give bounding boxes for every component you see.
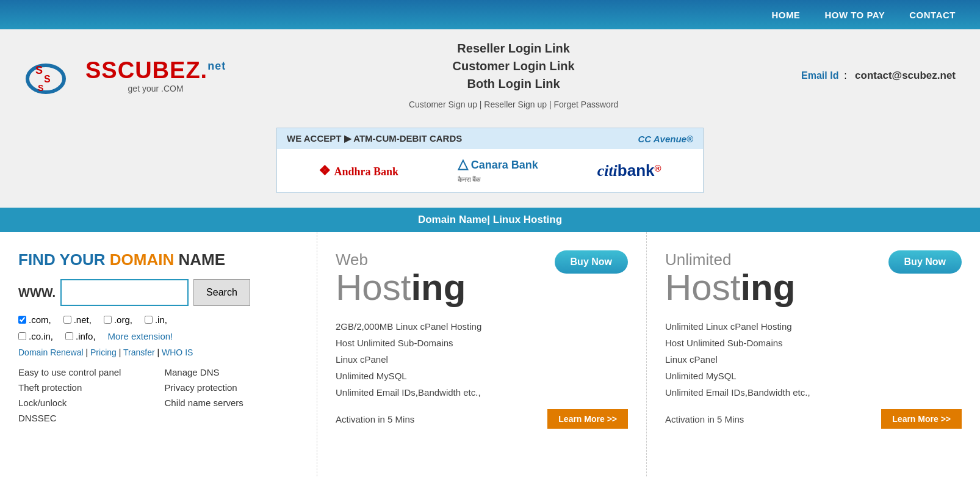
unlimited-feature-3: Linux cPanel (665, 351, 962, 368)
payment-banner: WE ACCEPT ▶ ATM-CUM-DEBIT CARDS CC Avenu… (276, 128, 704, 193)
header-contact: Email Id : contact@scubez.net (801, 70, 956, 82)
web-hosting-buy-button[interactable]: Buy Now (555, 250, 628, 274)
unlimited-hosting-buy-button[interactable]: Buy Now (888, 250, 962, 274)
web-hosting-title-sm: Web Hosting (336, 250, 466, 316)
feature-6: Child name servers (165, 398, 299, 408)
unlimited-hosting-title-sm: Unlimited Hosting (665, 250, 795, 316)
transfer-link[interactable]: Transfer (123, 347, 155, 357)
feature-7: DNSSEC (18, 413, 153, 423)
unlimited-hosting-column: Unlimited Hosting Buy Now Unlimited Linu… (647, 232, 980, 476)
whois-link[interactable]: WHO IS (162, 347, 193, 357)
domain-utility-links: Domain Renewal | Pricing | Transfer | WH… (18, 347, 298, 357)
payment-banner-header: WE ACCEPT ▶ ATM-CUM-DEBIT CARDS CC Avenu… (277, 128, 703, 149)
domain-text: DOMAIN (110, 250, 174, 269)
ext-net[interactable]: .net, (63, 315, 92, 325)
domain-search-input[interactable] (60, 279, 189, 306)
web-feature-1: 2GB/2,000MB Linux cPanel Hosting (336, 318, 628, 335)
feature-2: Manage DNS (165, 367, 299, 377)
web-hosting-title-lg: Hosting (336, 269, 466, 306)
feature-5: Lock/unlock (18, 398, 153, 408)
unlimited-activation-text: Activation in 5 Mins (665, 414, 744, 424)
payment-banks: ❖ Andhra Bank △ Canara Bankकैनरा बैंक ci… (277, 149, 703, 192)
web-activation-text: Activation in 5 Mins (336, 414, 414, 424)
sub-links: Customer Sign up | Reseller Sign up | Fo… (409, 100, 618, 109)
extension-checkboxes: .com, .net, .org, .in, (18, 315, 298, 325)
reseller-signup-link[interactable]: Reseller Sign up (484, 100, 547, 109)
domain-search-row: WWW. Search (18, 279, 298, 306)
nav-home[interactable]: HOME (771, 10, 800, 20)
unlimited-feature-1: Unlimited Linux cPanel Hosting (665, 318, 962, 335)
email-value: contact@scubez.net (855, 70, 956, 81)
reseller-login-link[interactable]: Reseller Login Link (457, 42, 569, 56)
domain-search-column: FIND YOUR DOMAIN NAME WWW. Search .com, … (0, 232, 317, 476)
web-hosting-column: Web Hosting Buy Now 2GB/2,000MB Linux cP… (317, 232, 647, 476)
header-login-links: Reseller Login Link Customer Login Link … (409, 42, 618, 109)
find-domain-title: FIND YOUR DOMAIN NAME (18, 250, 298, 269)
ext-org[interactable]: .org, (104, 315, 132, 325)
www-label: WWW. (18, 286, 56, 300)
web-feature-3: Linux cPanel (336, 351, 628, 368)
search-button[interactable]: Search (193, 279, 250, 306)
unlimited-hosting-features: Unlimited Linux cPanel Hosting Host Unli… (665, 318, 962, 401)
web-hosting-features: 2GB/2,000MB Linux cPanel Hosting Host Un… (336, 318, 628, 401)
nav-how-to-pay[interactable]: HOW TO PAY (824, 10, 885, 20)
logo-icon: S S S (24, 48, 79, 103)
blue-strip-banner: Domain Name| Linux Hosting (0, 208, 980, 232)
unlimited-activation-row: Activation in 5 Mins Learn More >> (665, 409, 962, 429)
canara-bank-logo: △ Canara Bankकैनरा बैंक (458, 156, 538, 185)
cc-avenue-label: CC Avenue® (638, 134, 693, 144)
brand-name: SSCUBEZ.net (85, 57, 226, 84)
email-label: Email Id (801, 70, 838, 81)
find-text: FIND YOUR (18, 250, 106, 269)
unlimited-feature-5: Unlimited Email IDs,Bandwidth etc., (665, 384, 962, 401)
more-extensions-link[interactable]: More extension! (108, 331, 173, 341)
domain-renewal-link[interactable]: Domain Renewal (18, 347, 84, 357)
web-feature-4: Unlimited MySQL (336, 368, 628, 384)
svg-text:S: S (44, 74, 51, 84)
ext-info[interactable]: .info, (65, 331, 96, 341)
andhra-bank-logo: ❖ Andhra Bank (319, 163, 398, 179)
logo-area: S S S SSCUBEZ.net get your .COM (24, 48, 226, 103)
web-activation-row: Activation in 5 Mins Learn More >> (336, 409, 628, 429)
both-login-link[interactable]: Both Login Link (467, 77, 560, 91)
extension-checkboxes-2: .co.in, .info, More extension! (18, 331, 298, 341)
customer-signup-link[interactable]: Customer Sign up (409, 100, 477, 109)
top-navigation: HOME HOW TO PAY CONTACT (0, 0, 980, 29)
feature-4: Privacy protection (165, 382, 299, 393)
unlimited-learn-more-button[interactable]: Learn More >> (881, 409, 962, 429)
ext-in[interactable]: .in, (145, 315, 167, 325)
ext-co-in[interactable]: .co.in, (18, 331, 53, 341)
forget-password-link[interactable]: Forget Password (554, 100, 619, 109)
web-feature-5: Unlimited Email IDs,Bandwidth etc., (336, 384, 628, 401)
svg-text:S: S (35, 64, 43, 76)
nav-contact[interactable]: CONTACT (909, 10, 956, 20)
pricing-link[interactable]: Pricing (90, 347, 117, 357)
logo-text: SSCUBEZ.net get your .COM (85, 57, 226, 93)
unlimited-hosting-header: Unlimited Hosting Buy Now (665, 250, 962, 316)
unlimited-feature-2: Host Unlimited Sub-Domains (665, 335, 962, 351)
feature-1: Easy to use control panel (18, 367, 153, 377)
web-hosting-header: Web Hosting Buy Now (336, 250, 628, 316)
domain-features-grid: Easy to use control panel Manage DNS The… (18, 367, 298, 423)
name-text: NAME (178, 250, 225, 269)
svg-text:S: S (38, 83, 43, 93)
header-section: S S S SSCUBEZ.net get your .COM Reseller… (0, 29, 980, 122)
logo-tagline: get your .COM (85, 84, 226, 93)
strip-text: Domain Name| Linux Hosting (418, 214, 562, 225)
web-learn-more-button[interactable]: Learn More >> (547, 409, 628, 429)
main-content: FIND YOUR DOMAIN NAME WWW. Search .com, … (0, 232, 980, 476)
ext-com[interactable]: .com, (18, 315, 51, 325)
citi-bank-logo: citibank® (597, 161, 661, 180)
customer-login-link[interactable]: Customer Login Link (453, 59, 575, 73)
unlimited-feature-4: Unlimited MySQL (665, 368, 962, 384)
payment-title: WE ACCEPT ▶ ATM-CUM-DEBIT CARDS (287, 133, 462, 144)
unlimited-hosting-title-lg: Hosting (665, 269, 795, 306)
feature-3: Theft protection (18, 382, 153, 393)
web-feature-2: Host Unlimited Sub-Domains (336, 335, 628, 351)
